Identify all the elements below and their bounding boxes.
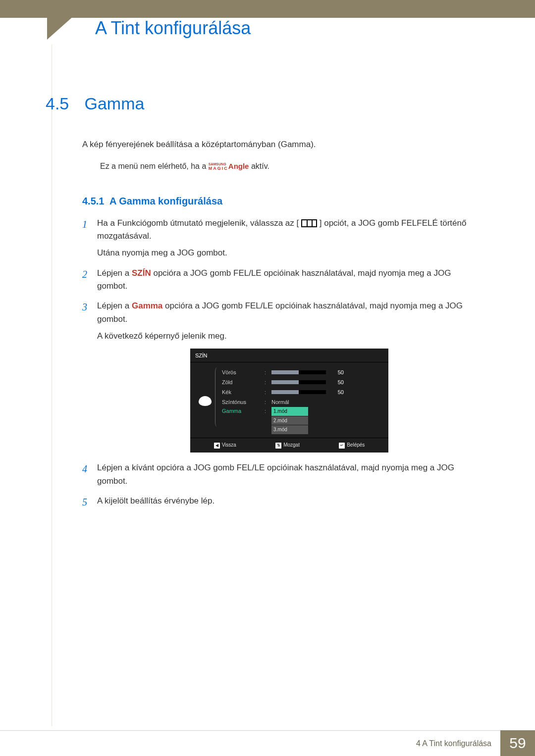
step-3: 3 Lépjen a Gamma opcióra a JOG gomb FEL/… xyxy=(82,300,482,453)
subsection-title: A Gamma konfigurálása xyxy=(109,196,222,206)
section-intro: A kép fényerejének beállítása a középtar… xyxy=(82,138,482,151)
chapter-tab xyxy=(47,0,92,40)
osd-option: 2.mód xyxy=(271,416,308,425)
osd-footer: ◀Vissza ⇅Mozgat ↵Belépés xyxy=(190,438,388,450)
osd-bar xyxy=(271,380,326,384)
osd-bar xyxy=(271,390,326,394)
osd-row-gamma: Gamma : 1.mód 2.mód 3.mód xyxy=(222,407,380,435)
note-row: Ez a menü nem elérhető, ha a SAMSUNG MAG… xyxy=(100,162,482,171)
osd-value: Normál xyxy=(271,398,289,406)
osd-option-selected: 1.mód xyxy=(271,407,308,416)
note-suffix: aktív. xyxy=(251,162,269,170)
step-2-word: SZÍN xyxy=(132,268,151,278)
step-5-text: A kijelölt beállítás érvénybe lép. xyxy=(97,496,214,505)
osd-value: 50 xyxy=(330,388,344,397)
note-prefix: Ez a menü nem elérhető, ha a xyxy=(100,162,209,170)
page-number: 59 xyxy=(500,730,535,756)
osd-colon: : xyxy=(265,407,268,415)
osd-label: Zöld xyxy=(222,378,261,387)
enter-icon: ↵ xyxy=(339,443,345,449)
step-5: 5 A kijelölt beállítás érvénybe lép. xyxy=(82,495,482,507)
step-4-text: Lépjen a kívánt opcióra a JOG gomb FEL/L… xyxy=(97,463,454,485)
osd-footer-move: ⇅Mozgat xyxy=(275,441,300,449)
osd-row-red: Vörös : 50 xyxy=(222,367,380,377)
osd-menu: Vörös : 50 Zöld : 50 Kék xyxy=(222,367,380,435)
osd-option: 3.mód xyxy=(271,425,308,434)
step-4: 4 Lépjen a kívánt opcióra a JOG gomb FEL… xyxy=(82,461,482,488)
chapter-title: A Tint konfigurálása xyxy=(95,18,251,39)
step-number: 5 xyxy=(82,495,87,510)
step-3b: A következő képernyő jelenik meg. xyxy=(97,330,482,343)
osd-arc xyxy=(215,367,217,427)
subsection-number: 4.5.1 xyxy=(82,196,104,206)
osd-row-tint: Színtónus : Normál xyxy=(222,397,380,407)
osd-row-green: Zöld : 50 xyxy=(222,377,380,387)
osd-options: 1.mód 2.mód 3.mód xyxy=(271,407,308,435)
osd-title: SZĺN xyxy=(190,349,388,362)
step-number: 2 xyxy=(82,267,87,282)
back-icon: ◀ xyxy=(214,443,220,449)
section-title: Gamma xyxy=(84,94,144,113)
osd-footer-back: ◀Vissza xyxy=(214,441,236,449)
menu-icon xyxy=(301,219,317,227)
section-number: 4.5 xyxy=(46,94,82,113)
osd-bar-fill xyxy=(271,370,299,374)
brand-bot: MAGIC xyxy=(209,166,228,170)
section-heading: 4.5 Gamma xyxy=(46,94,482,113)
content: 4.5 Gamma A kép fényerejének beállítása … xyxy=(46,94,482,514)
osd-colon: : xyxy=(265,368,268,377)
step-3-word: Gamma xyxy=(132,301,162,310)
osd-label-selected: Gamma xyxy=(222,407,261,415)
osd-screenshot: SZĺN Vörös : 50 Zöld xyxy=(190,349,388,453)
osd-label: Színtónus xyxy=(222,398,261,406)
samsung-magic-logo: SAMSUNG MAGIC xyxy=(209,162,228,170)
step-2: 2 Lépjen a SZÍN opcióra a JOG gomb FEL/L… xyxy=(82,267,482,293)
osd-label: Vörös xyxy=(222,368,261,377)
osd-value: 50 xyxy=(330,368,344,377)
step-3-before: Lépjen a xyxy=(97,301,132,310)
steps-list: 1 Ha a Funkciógomb útmutató megjelenik, … xyxy=(82,217,482,508)
subsection-heading: 4.5.1 A Gamma konfigurálása xyxy=(82,196,482,207)
palette-icon xyxy=(199,396,212,406)
footer-breadcrumb: 4 A Tint konfigurálása xyxy=(0,730,500,756)
step-number: 4 xyxy=(82,461,87,477)
step-1: 1 Ha a Funkciógomb útmutató megjelenik, … xyxy=(82,217,482,260)
osd-row-blue: Kék : 50 xyxy=(222,387,380,397)
move-icon: ⇅ xyxy=(275,443,281,449)
osd-value: 50 xyxy=(330,378,344,387)
page-footer: 4 A Tint konfigurálása 59 xyxy=(0,730,535,756)
angle-word: Angle xyxy=(228,162,249,170)
osd-bar-fill xyxy=(271,380,299,384)
step-number: 1 xyxy=(82,217,87,232)
osd-bar xyxy=(271,370,326,374)
osd-colon: : xyxy=(265,388,268,397)
osd-left xyxy=(195,367,215,435)
osd-footer-enter: ↵Belépés xyxy=(339,441,365,449)
step-2-before: Lépjen a xyxy=(97,268,132,278)
osd-body: Vörös : 50 Zöld : 50 Kék xyxy=(190,362,388,438)
osd-bar-fill xyxy=(271,390,299,394)
step-1b: Utána nyomja meg a JOG gombot. xyxy=(97,247,482,259)
osd-colon: : xyxy=(265,378,268,387)
osd-colon: : xyxy=(265,398,268,406)
step-number: 3 xyxy=(82,300,87,315)
step-1a-before: Ha a Funkciógomb útmutató megjelenik, vá… xyxy=(97,218,299,228)
osd-label: Kék xyxy=(222,388,261,397)
